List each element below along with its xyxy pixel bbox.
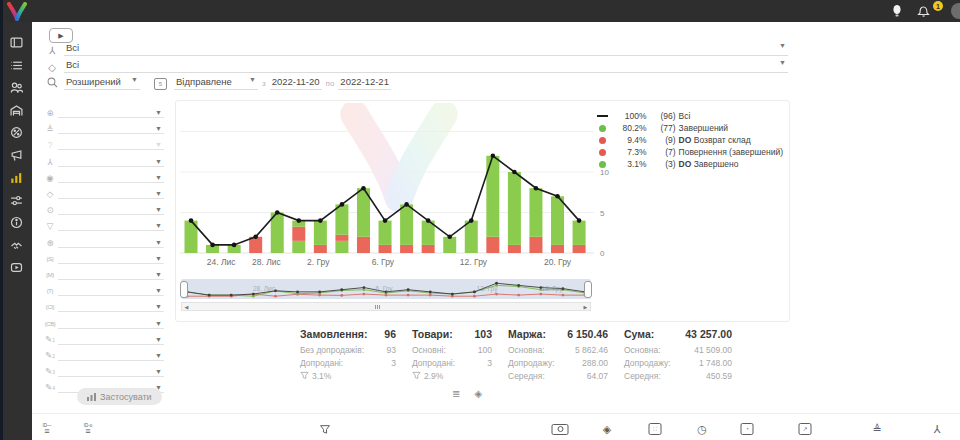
filter-select[interactable]: ▼ xyxy=(58,158,164,167)
orders-id-icon[interactable]: ID—≡ xyxy=(43,421,52,437)
filter-row-package: ◇▼ xyxy=(42,185,164,199)
filter-select[interactable]: ▼ xyxy=(58,206,164,215)
sidebar-item-video[interactable] xyxy=(0,258,32,276)
svg-text:2. Гру: 2. Гру xyxy=(307,257,330,267)
filter-select[interactable]: ▼ xyxy=(58,174,164,183)
sidebar-item-megaphone[interactable] xyxy=(0,146,32,164)
sidebar-item-handshake[interactable] xyxy=(0,236,32,254)
sidebar-item-panel[interactable] xyxy=(0,33,32,51)
sitemap-icon[interactable]: ⅄ xyxy=(934,421,941,437)
stat-row: Допродажу:288.00 xyxy=(508,356,608,369)
filter-select[interactable]: ▼ xyxy=(58,222,164,231)
upsell-funnel-icon xyxy=(412,371,421,380)
legend-text: DO Возврат склад xyxy=(679,135,783,145)
package-icon[interactable]: ◈ xyxy=(603,421,611,437)
package-icon: ◇ xyxy=(44,62,60,73)
sidebar-item-info[interactable] xyxy=(0,213,32,231)
product-select[interactable]: Всі ▼ xyxy=(64,59,788,73)
orders-list-toggle-icon[interactable]: ≣ xyxy=(452,388,460,399)
filter-select[interactable]: ▼ xyxy=(58,125,164,134)
app-logo[interactable] xyxy=(6,2,28,26)
filter-select[interactable]: ▼ xyxy=(58,352,164,361)
navigator-left-handle[interactable] xyxy=(180,281,188,298)
legend-item-0[interactable]: 100%(96)Всі xyxy=(596,110,783,122)
scroll-left-icon[interactable]: ◀ xyxy=(182,303,191,310)
source-select[interactable]: Всі ▼ xyxy=(64,42,788,56)
cup-icon[interactable] xyxy=(320,421,331,437)
sidebar-item-sliders[interactable] xyxy=(0,191,32,209)
user-avatar[interactable] xyxy=(951,3,960,19)
chevron-down-icon: ▼ xyxy=(155,368,164,376)
legend-item-1[interactable]: 80.2%(77)Завершений xyxy=(596,122,783,134)
filter-select[interactable]: ▼ xyxy=(58,255,164,264)
filter-row-note-2: ✎2▼ xyxy=(42,347,164,361)
chevron-down-icon: ▼ xyxy=(155,303,164,311)
filter-select[interactable]: ▼ xyxy=(58,368,164,377)
funnel-icon: ▽ xyxy=(42,221,58,231)
date-field-select[interactable]: Відправлене ▼ xyxy=(174,76,258,90)
offers-id-icon[interactable]: ID-o≡ xyxy=(84,421,93,437)
stat-row-label: Допродажу: xyxy=(508,358,555,368)
filter-select[interactable]: ▼ xyxy=(58,239,164,248)
search-icon[interactable] xyxy=(44,77,60,90)
filter-select[interactable]: ▼ xyxy=(58,336,164,345)
sidebar-item-discount[interactable] xyxy=(0,123,32,141)
filter-row-globe: ⊕▼ xyxy=(42,104,164,118)
theme-bulb-icon[interactable] xyxy=(891,4,903,18)
question-icon: ? xyxy=(42,140,58,150)
chevron-down-icon: ▼ xyxy=(155,222,164,230)
scroll-right-icon[interactable]: ▶ xyxy=(581,303,590,310)
stat-title: Маржа: xyxy=(508,328,546,343)
sidebar-item-analytics-chart[interactable] xyxy=(0,168,32,186)
chart-scrollbar[interactable]: ◀ ▶ xyxy=(181,302,591,311)
stopwatch-icon[interactable]: ◷ xyxy=(697,421,707,437)
legend-dot-marker xyxy=(599,161,606,168)
date-to-input[interactable]: 2022-12-21 xyxy=(338,76,391,90)
stat-title: Товари: xyxy=(412,328,453,343)
filter-row-var-s: {S}▼ xyxy=(42,250,164,264)
filter-row-ramp: ≜▼ xyxy=(42,120,164,134)
eye-icon: ⊙ xyxy=(42,205,58,215)
filter-select[interactable]: ▼ xyxy=(58,109,164,118)
sidebar-item-users[interactable] xyxy=(0,78,32,96)
legend-dot-marker xyxy=(599,137,606,144)
filter-select[interactable]: ▼ xyxy=(58,320,164,329)
chevron-down-icon: ▼ xyxy=(155,239,164,247)
legend-item-4[interactable]: 3.1%(3)DO Завершено xyxy=(596,158,783,170)
scrollbar-grip[interactable] xyxy=(375,305,380,309)
stat-row-value: 450.59 xyxy=(706,371,732,381)
stat-column-1: Товари:103Основні:100Допродані:32.9% xyxy=(412,328,492,382)
chart-navigator[interactable]: 28. Лис6. Гру13. Гру19. Гру xyxy=(181,279,591,299)
date-from-input[interactable]: 2022-11-20 xyxy=(270,76,322,90)
sidebar-item-list[interactable] xyxy=(0,56,32,74)
search-mode-select[interactable]: Розширений ▼ xyxy=(64,76,140,90)
summary-stats: Замовлення:96Без допродажів:93Допродані:… xyxy=(300,328,732,382)
navigator-right-handle[interactable] xyxy=(584,281,592,298)
products-toggle-icon[interactable]: ◈ xyxy=(474,388,482,399)
filter-select[interactable]: ▼ xyxy=(58,190,164,199)
svg-text:6. Гру: 6. Гру xyxy=(372,257,395,267)
stat-row-value: 5 862.46 xyxy=(575,345,608,355)
filter-select[interactable]: ▼ xyxy=(58,287,164,296)
stat-pct-value: 3.1% xyxy=(312,371,331,381)
legend-dot-marker xyxy=(599,149,606,156)
stat-value: 6 150.46 xyxy=(567,328,608,343)
ramp-icon[interactable]: ≜ xyxy=(872,421,881,437)
calendar-time-icon[interactable]: ◔ xyxy=(741,421,754,437)
chevron-down-icon: ▼ xyxy=(155,336,164,344)
sidebar-item-warehouse[interactable] xyxy=(0,101,32,119)
notifications-bell-icon[interactable] xyxy=(917,4,930,18)
legend-item-2[interactable]: 9.4%(9)DO Возврат склад xyxy=(596,134,783,146)
list-icon xyxy=(10,59,23,72)
var-s-icon: {S} xyxy=(42,254,58,264)
stat-upsell-pct: 2.9% xyxy=(412,369,492,382)
filter-select[interactable]: ▼ xyxy=(58,303,164,312)
banknote-icon[interactable] xyxy=(552,421,569,437)
apply-button[interactable]: Застосувати xyxy=(77,388,162,405)
legend-item-3[interactable]: 7.3%(7)Повернення (завершений) xyxy=(596,146,783,158)
calendar-export-icon[interactable]: ↗ xyxy=(799,421,812,437)
calendar-grid-icon[interactable]: ∷ xyxy=(649,421,662,437)
filter-select[interactable]: ▼ xyxy=(58,271,164,280)
filter-select[interactable]: ▼ xyxy=(58,141,164,150)
users-icon xyxy=(10,81,23,94)
